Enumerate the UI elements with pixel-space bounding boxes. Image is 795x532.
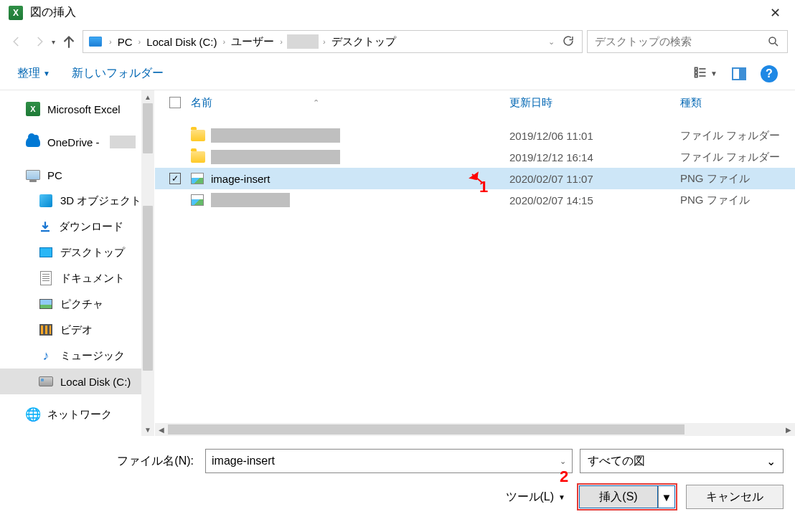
help-icon[interactable]: ?	[761, 65, 778, 82]
chevron-right-icon[interactable]: ›	[222, 37, 227, 46]
nav-forward-icon[interactable]	[30, 32, 49, 51]
column-type[interactable]: 種類	[680, 96, 795, 110]
row-checkbox[interactable]: ✓	[169, 173, 181, 184]
filename-redacted	[211, 193, 290, 207]
chevron-down-icon[interactable]: ⌄	[547, 37, 556, 47]
folder-icon	[191, 130, 205, 141]
chevron-right-icon[interactable]: ›	[108, 37, 113, 46]
svg-rect-2	[695, 71, 697, 73]
app-icon: X	[9, 6, 23, 20]
scroll-down-icon[interactable]: ▼	[141, 423, 154, 436]
folder-icon	[191, 151, 205, 163]
refresh-icon[interactable]	[562, 34, 575, 49]
select-all-checkbox[interactable]	[169, 97, 181, 108]
scroll-left-icon[interactable]: ◀	[155, 426, 168, 434]
tree-item-onedrive[interactable]: OneDrive -	[0, 129, 154, 155]
svg-point-0	[769, 37, 776, 44]
scrollbar-thumb[interactable]	[168, 424, 685, 434]
tree-item-pc[interactable]: PC	[0, 162, 154, 188]
preview-pane-button[interactable]	[732, 67, 746, 80]
file-row[interactable]: 2019/12/12 16:14 ファイル フォルダー	[155, 146, 795, 168]
chevron-right-icon[interactable]: ›	[137, 37, 143, 46]
pc-icon	[89, 37, 102, 47]
breadcrumb-redacted[interactable]	[287, 34, 319, 49]
sort-indicator-icon: ⌃	[313, 98, 319, 108]
annotation-2: 2	[560, 467, 568, 486]
onedrive-redacted	[110, 136, 136, 148]
file-row-selected[interactable]: ✓ image-insert 2020/02/07 11:07 PNG ファイル	[155, 168, 795, 189]
file-row[interactable]: 2019/12/06 11:01 ファイル フォルダー	[155, 125, 795, 146]
filename-redacted	[211, 128, 340, 143]
search-input[interactable]: デスクトップの検索	[587, 30, 788, 53]
tree-item-pictures[interactable]: ピクチャ	[0, 291, 154, 317]
breadcrumb-users[interactable]: ユーザー	[228, 31, 277, 52]
file-row[interactable]: 2020/02/07 14:15 PNG ファイル	[155, 189, 795, 211]
image-icon	[191, 173, 204, 184]
sidebar-scrollbar[interactable]: ▲ ▼	[141, 90, 154, 436]
tree-item-local-disk[interactable]: Local Disk (C:)	[0, 369, 154, 394]
filetype-filter[interactable]: すべての図 ⌄	[580, 449, 784, 473]
svg-rect-1	[695, 67, 697, 70]
nav-history-dropdown[interactable]: ▾	[52, 38, 55, 46]
close-icon[interactable]: ✕	[764, 4, 786, 22]
nav-back-icon[interactable]	[7, 32, 26, 51]
search-placeholder: デスクトップの検索	[595, 35, 767, 49]
filename-input[interactable]: image-insert ⌄	[205, 449, 573, 473]
cancel-button[interactable]: キャンセル	[686, 485, 784, 509]
new-folder-button[interactable]: 新しいフォルダー	[72, 66, 164, 81]
insert-button-highlight: 挿入(S) ▼	[577, 483, 677, 510]
insert-button[interactable]: 挿入(S)	[579, 485, 658, 508]
tree-item-excel[interactable]: XMicrosoft Excel	[0, 96, 154, 122]
organize-menu[interactable]: 整理▼	[17, 66, 50, 81]
breadcrumb-pc[interactable]: PC	[115, 31, 136, 52]
filename-label: ファイル名(N):	[11, 454, 198, 469]
horizontal-scrollbar[interactable]: ◀ ▶	[155, 423, 795, 436]
chevron-down-icon[interactable]: ⌄	[560, 457, 566, 466]
scroll-up-icon[interactable]: ▲	[141, 90, 154, 103]
filename-redacted	[211, 150, 340, 164]
tree-item-3d-objects[interactable]: 3D オブジェクト	[0, 188, 154, 214]
tree-item-videos[interactable]: ビデオ	[0, 317, 154, 343]
tree-item-desktop[interactable]: デスクトップ	[0, 239, 154, 265]
address-bar[interactable]: › PC › Local Disk (C:) › ユーザー › › デスクトップ…	[83, 30, 583, 53]
column-name[interactable]: 名前⌃	[191, 96, 509, 110]
search-icon	[767, 35, 780, 48]
tree-item-documents[interactable]: ドキュメント	[0, 265, 154, 291]
column-date[interactable]: 更新日時	[509, 96, 680, 110]
navigation-tree: XMicrosoft Excel OneDrive - PC 3D オブジェクト…	[0, 90, 155, 436]
chevron-down-icon: ⌄	[766, 455, 776, 468]
tree-item-music[interactable]: ♪ミュージック	[0, 343, 154, 369]
svg-rect-3	[695, 75, 697, 77]
insert-dropdown[interactable]: ▼	[658, 485, 675, 508]
tree-item-network[interactable]: 🌐ネットワーク	[0, 402, 154, 427]
scrollbar-thumb[interactable]	[143, 103, 153, 153]
nav-up-icon[interactable]	[60, 32, 78, 51]
tools-menu[interactable]: ツール(L)▼	[506, 490, 565, 505]
scrollbar-thumb[interactable]	[143, 206, 153, 371]
tree-item-downloads[interactable]: ダウンロード	[0, 214, 154, 239]
window-title: 図の挿入	[30, 5, 76, 20]
scroll-right-icon[interactable]: ▶	[782, 426, 795, 434]
breadcrumb-desktop[interactable]: デスクトップ	[329, 31, 399, 52]
column-headers: 名前⌃ 更新日時 種類	[155, 90, 795, 115]
chevron-right-icon[interactable]: ›	[321, 37, 327, 46]
breadcrumb-disk[interactable]: Local Disk (C:)	[144, 31, 220, 52]
chevron-right-icon[interactable]: ›	[278, 37, 284, 46]
view-mode-button[interactable]: ▼	[693, 65, 718, 82]
image-icon	[191, 194, 204, 206]
